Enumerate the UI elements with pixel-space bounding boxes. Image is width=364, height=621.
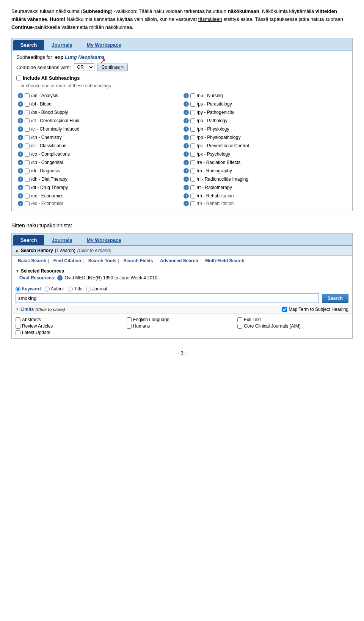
radio-input-keyword[interactable] (16, 287, 20, 292)
subheading-info-icon[interactable]: i (184, 101, 189, 107)
limit-label: Full Text (244, 317, 260, 322)
ovid-resource-text: Ovid MEDLINE(R) 1950 to June Week 4 2010 (64, 275, 157, 281)
radio-author[interactable]: Author (45, 286, 64, 292)
subheading-info-icon[interactable]: i (18, 126, 23, 132)
subheading-checkbox[interactable] (25, 127, 30, 132)
radio-journal[interactable]: Journal (86, 286, 107, 292)
subheading-info-icon[interactable]: i (184, 126, 189, 132)
subheading-info-icon[interactable]: i (184, 193, 189, 199)
subheading-info-icon[interactable]: i (184, 185, 189, 190)
subheading-checkbox[interactable] (25, 110, 30, 115)
subheading-checkbox[interactable] (190, 160, 195, 165)
subheading-info-icon[interactable]: i (18, 143, 23, 148)
limit-checkbox[interactable] (127, 317, 132, 322)
radio-title[interactable]: Title (68, 286, 82, 292)
search-history-bar[interactable]: ▶ Search History (1 search) (Click to ex… (12, 246, 352, 255)
subheading-info-icon[interactable]: i (184, 110, 189, 115)
tab-journals-2[interactable]: Journals (45, 235, 79, 245)
subheading-info-icon[interactable]: i (18, 93, 23, 98)
radio-input-journal[interactable] (86, 287, 91, 292)
sub-nav-multi-field-search[interactable]: Multi-Field Search (203, 258, 246, 263)
search-button[interactable]: Search (322, 294, 348, 303)
sub-nav-advanced-search[interactable]: Advanced Search (158, 258, 203, 263)
sub-nav-find-citation[interactable]: Find Citation (51, 258, 86, 263)
subheading-checkbox[interactable] (190, 177, 195, 182)
subheading-checkbox[interactable] (190, 102, 195, 107)
tab-workspace-2[interactable]: My Workspace (80, 235, 128, 245)
map-term-checkbox[interactable] (282, 307, 287, 312)
subheading-item: i /ch - Chemistry (16, 133, 182, 142)
subheading-truncated-right: i/rh - Rehabilitation (182, 200, 348, 207)
subheading-checkbox[interactable] (190, 118, 195, 123)
radio-keyword[interactable]: Keyword (16, 286, 41, 292)
search-input[interactable] (16, 293, 319, 303)
tab-search-1[interactable]: Search (13, 40, 44, 50)
subheading-info-icon[interactable]: i (18, 151, 23, 157)
subheading-info-icon[interactable]: i (184, 93, 189, 98)
subheading-checkbox[interactable] (25, 118, 30, 123)
subheading-checkbox[interactable] (25, 177, 30, 182)
subheading-label: /pc - Prevention & Control (197, 142, 249, 149)
limit-checkbox[interactable] (16, 330, 20, 335)
tab-journals-1[interactable]: Journals (45, 40, 79, 50)
subheading-info-icon[interactable]: i (18, 193, 23, 199)
subheading-checkbox[interactable] (190, 185, 195, 190)
subheading-info-icon[interactable]: i (18, 118, 23, 123)
subheading-info-icon[interactable]: i (184, 168, 189, 173)
subheading-checkbox[interactable] (190, 169, 195, 173)
limit-checkbox[interactable] (16, 317, 20, 322)
subheading-checkbox[interactable] (190, 152, 195, 157)
limits-toggle[interactable]: ▼ Limits (Click to close) (16, 307, 65, 312)
limits-triangle-icon: ▼ (16, 307, 19, 311)
subheading-item: i /bs - Blood Supply (16, 108, 182, 117)
include-all-checkbox[interactable] (16, 76, 21, 80)
subheading-checkbox[interactable] (190, 110, 195, 115)
subheading-checkbox[interactable] (190, 135, 195, 140)
subheading-label: /pa - Pathology (197, 117, 228, 124)
subheading-checkbox[interactable] (190, 143, 195, 148)
subheading-info-icon[interactable]: i (184, 160, 189, 165)
subheading-checkbox[interactable] (25, 152, 30, 157)
map-term-check: Map Term to Subject Heading (282, 307, 348, 312)
subheading-checkbox[interactable] (25, 160, 30, 165)
limits-label-text: Limits (20, 307, 34, 312)
subheading-checkbox[interactable] (25, 102, 30, 107)
subheading-checkbox[interactable] (25, 169, 30, 173)
radio-input-author[interactable] (45, 287, 50, 292)
subheading-info-icon[interactable]: i (18, 135, 23, 140)
subheading-info-icon[interactable]: i (184, 135, 189, 140)
limit-checkbox[interactable] (16, 324, 20, 329)
subheading-info-icon[interactable]: i (18, 177, 23, 182)
limit-checkbox[interactable] (127, 324, 132, 329)
subheading-checkbox[interactable] (190, 194, 195, 199)
subheading-info-icon[interactable]: i (184, 143, 189, 148)
subheading-checkbox[interactable] (25, 185, 30, 190)
subheading-checkbox[interactable] (25, 93, 30, 98)
subheading-checkbox[interactable] (25, 194, 30, 199)
subheading-info-icon[interactable]: i (18, 110, 23, 115)
subheading-info-icon[interactable]: i (184, 151, 189, 157)
subheading-checkbox[interactable] (190, 127, 195, 132)
limit-checkbox[interactable] (237, 324, 242, 329)
subheading-info-icon[interactable]: i (184, 118, 189, 123)
subheading-info-icon[interactable]: i (184, 177, 189, 182)
subheading-info-icon[interactable]: i (18, 185, 23, 190)
subheading-checkbox[interactable] (190, 93, 195, 98)
subheading-info-icon[interactable]: i (18, 101, 23, 107)
sub-nav-search-fields[interactable]: Search Fields (121, 258, 158, 263)
sub-nav-basic-search[interactable]: Basic Search (16, 258, 51, 263)
subheading-label: /ch - Chemistry (31, 134, 62, 141)
subheading-label: /bl - Blood (31, 101, 52, 107)
sub-nav-search-tools[interactable]: Search Tools (86, 258, 121, 263)
ovid-info-icon[interactable]: i (57, 275, 63, 281)
tab-workspace-1[interactable]: My Workspace (80, 40, 128, 50)
subheading-info-icon[interactable]: i (18, 160, 23, 165)
subheading-checkbox[interactable] (25, 135, 30, 140)
tab-search-2[interactable]: Search (13, 235, 44, 245)
subheading-checkbox[interactable] (25, 143, 30, 148)
radio-input-title[interactable] (68, 287, 73, 292)
combine-select[interactable]: OR AND (74, 63, 94, 71)
subheading-info-icon[interactable]: i (18, 168, 23, 173)
subheading-item: i /py - Pathogenicity (182, 108, 348, 117)
limit-checkbox[interactable] (237, 317, 242, 322)
